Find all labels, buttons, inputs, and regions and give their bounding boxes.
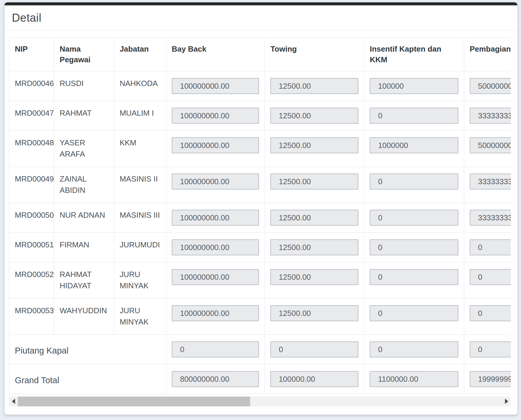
cell-pembagian	[464, 71, 511, 101]
horizontal-scrollbar[interactable]	[9, 397, 511, 406]
insentif-kapten-dan-kkm-input[interactable]	[370, 78, 458, 94]
cell-towing	[265, 131, 364, 167]
cell-pembagian	[464, 298, 511, 335]
bay-back-input[interactable]	[172, 137, 259, 153]
table-scroll-area[interactable]: NIPNama PegawaiJabatanBay BackTowingInse…	[9, 37, 511, 397]
summary-row: Piutang Kapal	[9, 335, 511, 364]
insentif-kapten-dan-kkm-input[interactable]	[370, 210, 458, 226]
cell-jabatan: MASINIS II	[114, 167, 166, 203]
cell-jabatan: MUALIM I	[114, 101, 166, 131]
column-header-nip: NIP	[9, 37, 54, 71]
summary-label: Piutang Kapal	[9, 335, 166, 364]
scroll-left-button[interactable]	[9, 397, 18, 406]
cell-pembagian	[464, 101, 511, 131]
cell-nama-pegawai: NUR ADNAN	[54, 203, 114, 233]
employee-row: MRD00053WAHYUDDINJURU MINYAK	[9, 298, 511, 335]
pembagian-input[interactable]	[470, 78, 511, 94]
pembagian-input[interactable]	[470, 341, 511, 357]
cell-nip: MRD00051	[9, 233, 54, 262]
cell-bay-back	[166, 167, 265, 203]
cell-nip: MRD00047	[9, 101, 54, 131]
cell-bay-back	[166, 203, 265, 233]
insentif-kapten-dan-kkm-input[interactable]	[370, 108, 458, 124]
pembagian-input[interactable]	[470, 269, 511, 285]
insentif-kapten-dan-kkm-input[interactable]	[370, 371, 458, 387]
cell-bay-back	[166, 71, 265, 101]
bay-back-input[interactable]	[172, 210, 259, 226]
table-header-row: NIPNama PegawaiJabatanBay BackTowingInse…	[9, 37, 511, 71]
cell-towing	[265, 233, 364, 262]
column-header-nama-pegawai: Nama Pegawai	[54, 37, 114, 71]
cell-nip: MRD00049	[9, 167, 54, 203]
scroll-right-button[interactable]	[502, 397, 511, 406]
cell-pembagian	[464, 131, 511, 167]
cell-jabatan: MASINIS III	[114, 203, 166, 233]
cell-pembagian	[464, 233, 511, 262]
column-header-towing: Towing	[265, 37, 364, 71]
cell-nama-pegawai: FIRMAN	[54, 233, 114, 262]
bay-back-input[interactable]	[172, 78, 259, 94]
insentif-kapten-dan-kkm-input[interactable]	[370, 239, 458, 255]
cell-insentif-kapten-dan-kkm	[364, 167, 464, 203]
bay-back-input[interactable]	[172, 108, 259, 124]
bay-back-input[interactable]	[172, 269, 259, 285]
bay-back-input[interactable]	[172, 239, 259, 255]
cell-pembagian	[464, 262, 511, 298]
cell-insentif-kapten-dan-kkm	[364, 101, 464, 131]
towing-input[interactable]	[270, 269, 358, 285]
insentif-kapten-dan-kkm-input[interactable]	[370, 341, 458, 357]
card-accent-bar	[4, 2, 517, 5]
cell-insentif-kapten-dan-kkm	[364, 71, 464, 101]
pembagian-input[interactable]	[470, 137, 511, 153]
cell-bay-back	[166, 298, 265, 335]
cell-bay-back	[166, 364, 265, 394]
employee-row: MRD00050NUR ADNANMASINIS III	[9, 203, 511, 233]
insentif-kapten-dan-kkm-input[interactable]	[370, 174, 458, 190]
cell-insentif-kapten-dan-kkm	[364, 335, 464, 364]
cell-insentif-kapten-dan-kkm	[364, 131, 464, 167]
bay-back-input[interactable]	[172, 341, 259, 357]
towing-input[interactable]	[270, 341, 358, 357]
employee-row: MRD00046RUSDINAHKODA	[9, 71, 511, 101]
towing-input[interactable]	[270, 108, 358, 124]
bay-back-input[interactable]	[172, 174, 259, 190]
pembagian-input[interactable]	[470, 239, 511, 255]
cell-towing	[265, 335, 364, 364]
card-body: NIPNama PegawaiJabatanBay BackTowingInse…	[4, 31, 517, 411]
bay-back-input[interactable]	[172, 305, 259, 321]
cell-insentif-kapten-dan-kkm	[364, 233, 464, 262]
pembagian-input[interactable]	[470, 305, 511, 321]
towing-input[interactable]	[270, 239, 358, 255]
pembagian-input[interactable]	[470, 174, 511, 190]
cell-bay-back	[166, 131, 265, 167]
cell-nama-pegawai: RAHMAT	[54, 101, 114, 131]
cell-insentif-kapten-dan-kkm	[364, 262, 464, 298]
towing-input[interactable]	[270, 305, 358, 321]
cell-nama-pegawai: RAHMAT HIDAYAT	[54, 262, 114, 298]
towing-input[interactable]	[270, 371, 358, 387]
bay-back-input[interactable]	[172, 371, 259, 387]
towing-input[interactable]	[270, 78, 358, 94]
towing-input[interactable]	[270, 174, 358, 190]
cell-towing	[265, 364, 364, 394]
summary-row: Grand Total	[9, 364, 511, 394]
scrollbar-thumb[interactable]	[18, 397, 250, 406]
cell-jabatan: JURU MINYAK	[114, 262, 166, 298]
towing-input[interactable]	[270, 137, 358, 153]
scroll-right-icon	[505, 399, 508, 404]
insentif-kapten-dan-kkm-input[interactable]	[370, 305, 458, 321]
cell-insentif-kapten-dan-kkm	[364, 298, 464, 335]
cell-pembagian	[464, 203, 511, 233]
insentif-kapten-dan-kkm-input[interactable]	[370, 269, 458, 285]
insentif-kapten-dan-kkm-input[interactable]	[370, 137, 458, 153]
pembagian-input[interactable]	[470, 371, 511, 387]
detail-table: NIPNama PegawaiJabatanBay BackTowingInse…	[9, 37, 511, 394]
pembagian-input[interactable]	[470, 108, 511, 124]
scroll-left-icon	[12, 399, 15, 404]
towing-input[interactable]	[270, 210, 358, 226]
cell-towing	[265, 203, 364, 233]
card-header: Detail	[4, 5, 517, 31]
cell-jabatan: JURU MINYAK	[114, 298, 166, 335]
pembagian-input[interactable]	[470, 210, 511, 226]
scrollbar-track[interactable]	[18, 397, 502, 406]
